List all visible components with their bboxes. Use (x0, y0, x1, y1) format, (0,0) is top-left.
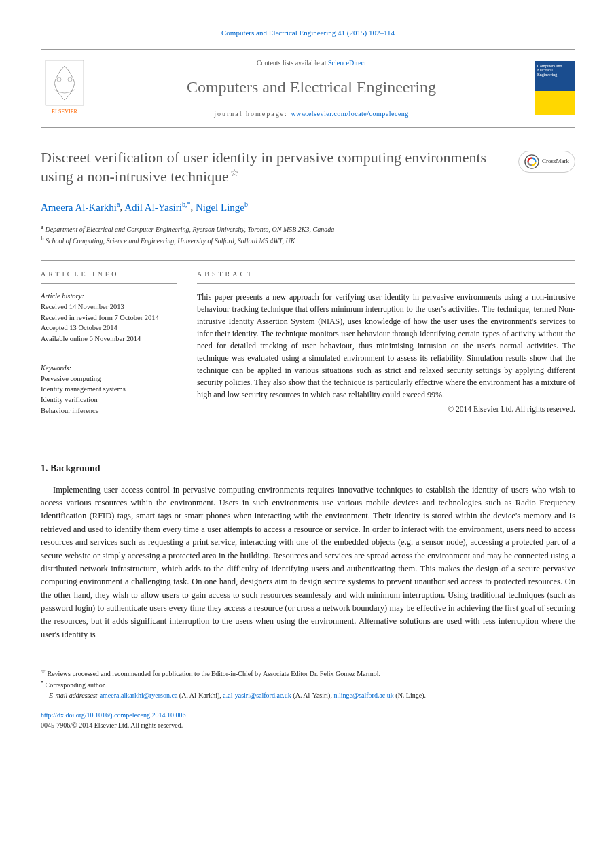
crossmark-icon (524, 154, 539, 169)
svg-point-1 (57, 77, 61, 82)
svg-point-2 (68, 77, 72, 82)
email-link-3[interactable]: n.linge@salford.ac.uk (333, 692, 393, 699)
journal-cover: Computers and Electrical Engineering (535, 61, 575, 115)
author-link-2[interactable]: Adil Al-Yasiri (124, 202, 182, 213)
paper-title: Discreet verification of user identity i… (41, 148, 505, 187)
authors: Ameera Al-Karkhia, Adil Al-Yasirib,*, Ni… (41, 199, 575, 215)
journal-center: Contents lists available at ScienceDirec… (88, 58, 535, 119)
info-abstract-row: ARTICLE INFO Article history: Received 1… (41, 260, 575, 434)
footnotes: ☆ Reviews processed and recommended for … (41, 662, 575, 700)
journal-title: Computers and Electrical Engineering (88, 75, 535, 99)
author-sup-3: b (244, 200, 248, 208)
journal-homepage-link[interactable]: www.elsevier.com/locate/compeleceng (291, 110, 408, 118)
contents-line: Contents lists available at ScienceDirec… (88, 58, 535, 68)
footer: http://dx.doi.org/10.1016/j.compeleceng.… (41, 710, 575, 730)
author-link-3[interactable]: Nigel Linge (196, 202, 244, 213)
author-sup-1: a (117, 200, 120, 208)
issn-copyright: 0045-7906/© 2014 Elsevier Ltd. All right… (41, 720, 575, 730)
article-info-header: ARTICLE INFO (41, 269, 177, 284)
crossmark-badge[interactable]: CrossMark (518, 151, 575, 173)
author-link-1[interactable]: Ameera Al-Karkhi (41, 202, 117, 213)
article-history: Article history: Received 14 November 20… (41, 291, 177, 353)
author-sup-2: b,* (182, 200, 191, 208)
title-row: Discreet verification of user identity i… (41, 148, 575, 187)
header-citation: Computers and Electrical Engineering 41 … (41, 27, 575, 39)
abstract-text: This paper presents a new approach for v… (197, 291, 575, 401)
asterisk-sup-icon: * (41, 680, 43, 686)
svg-rect-0 (46, 60, 84, 105)
sciencedirect-link[interactable]: ScienceDirect (328, 59, 366, 67)
svg-point-3 (525, 154, 539, 168)
abstract-copyright: © 2014 Elsevier Ltd. All rights reserved… (197, 404, 575, 415)
abstract-column: ABSTRACT This paper presents a new appro… (197, 261, 575, 434)
homepage-line: journal homepage: www.elsevier.com/locat… (88, 109, 535, 119)
star-sup-icon: ☆ (41, 668, 46, 675)
section-1-title: 1. Background (41, 461, 575, 476)
abstract-header: ABSTRACT (197, 269, 575, 284)
star-icon: ☆ (230, 168, 239, 178)
doi-link[interactable]: http://dx.doi.org/10.1016/j.compeleceng.… (41, 711, 185, 719)
affiliations: a Department of Electrical and Computer … (41, 223, 575, 247)
article-info: ARTICLE INFO Article history: Received 1… (41, 261, 177, 434)
email-link-2[interactable]: a.al-yasiri@salford.ac.uk (223, 692, 291, 699)
elsevier-logo: ELSEVIER (41, 59, 88, 117)
keywords: Keywords: Pervasive computing Identity m… (41, 363, 177, 425)
section-1-text: Implementing user access control in perv… (41, 484, 575, 642)
journal-header: ELSEVIER Contents lists available at Sci… (41, 49, 575, 128)
email-link-1[interactable]: ameera.alkarkhi@ryerson.ca (100, 692, 178, 699)
